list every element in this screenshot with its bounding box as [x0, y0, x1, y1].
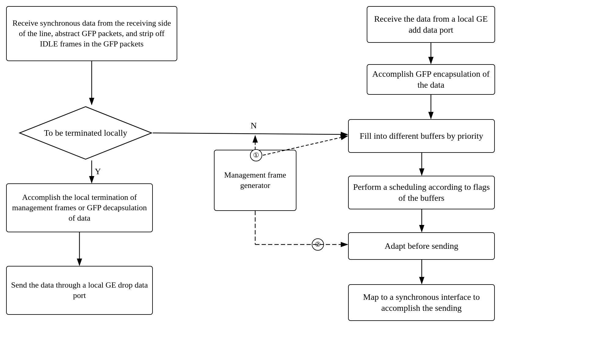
receive-ge-data-box: Receive the data from a local GE add dat…	[367, 6, 495, 43]
diamond-wrapper: To be terminated locally	[18, 105, 153, 160]
scheduling-box: Perform a scheduling according to flags …	[348, 176, 495, 209]
circle-2-marker: ②	[312, 238, 324, 251]
diamond-text: To be terminated locally	[44, 127, 127, 138]
diagram-container: Receive synchronous data from the receiv…	[0, 0, 610, 364]
adapt-box: Adapt before sending	[348, 232, 495, 260]
svg-line-7	[153, 133, 347, 134]
send-drop-box: Send the data through a local GE drop da…	[6, 266, 153, 315]
receive-sync-data-box: Receive synchronous data from the receiv…	[6, 6, 177, 61]
local-termination-box: Accomplish the local termination of mana…	[6, 183, 153, 232]
svg-text:Y: Y	[95, 167, 101, 176]
circle-1-marker: ①	[250, 149, 262, 161]
map-sync-box: Map to a synchronous interface to accomp…	[348, 284, 495, 321]
svg-text:N: N	[251, 121, 257, 130]
fill-buffers-box: Fill into different buffers by priority	[348, 119, 495, 153]
gfp-encap-box: Accomplish GFP encapsulation of the data	[367, 64, 495, 95]
